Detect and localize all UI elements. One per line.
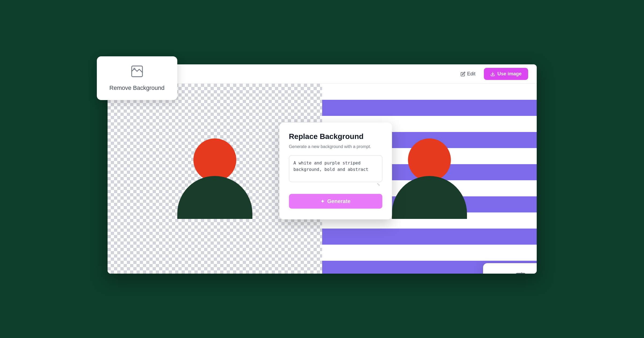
use-image-label: Use image (497, 71, 521, 77)
replace-bg-icon (515, 272, 527, 274)
remove-bg-card: Remove Background (97, 56, 177, 100)
edit-button[interactable]: Edit (456, 69, 480, 79)
generate-label: Generate (327, 198, 351, 204)
avatar-figure-left (177, 138, 252, 219)
edit-label: Edit (467, 71, 475, 77)
avatar-body-left (177, 176, 252, 219)
avatar-figure-right (392, 138, 467, 219)
sparkle-icon: ✦ (321, 198, 325, 204)
avatar-head-right (408, 138, 451, 181)
generate-button[interactable]: ✦ Generate (289, 194, 382, 209)
remove-bg-icon (131, 65, 143, 80)
panel-title: Replace Background (289, 132, 382, 141)
resize-icon: ⤡ (377, 182, 380, 186)
replace-bg-panel: Replace Background Generate a new backgr… (279, 123, 392, 219)
stripe-6 (322, 245, 537, 261)
replace-bg-card: Replace Background (483, 263, 537, 274)
stripe-1 (322, 84, 537, 100)
prompt-wrapper: ⤡ (289, 155, 382, 189)
remove-bg-label: Remove Background (109, 84, 164, 91)
toolbar-right: Edit Use image (456, 68, 528, 80)
panel-desc: Generate a new background with a prompt. (289, 144, 382, 150)
avatar-body-right (392, 176, 467, 219)
avatar-head-left (193, 138, 236, 181)
prompt-textarea[interactable] (289, 155, 382, 182)
use-image-button[interactable]: Use image (484, 68, 528, 80)
svg-point-6 (133, 68, 135, 70)
